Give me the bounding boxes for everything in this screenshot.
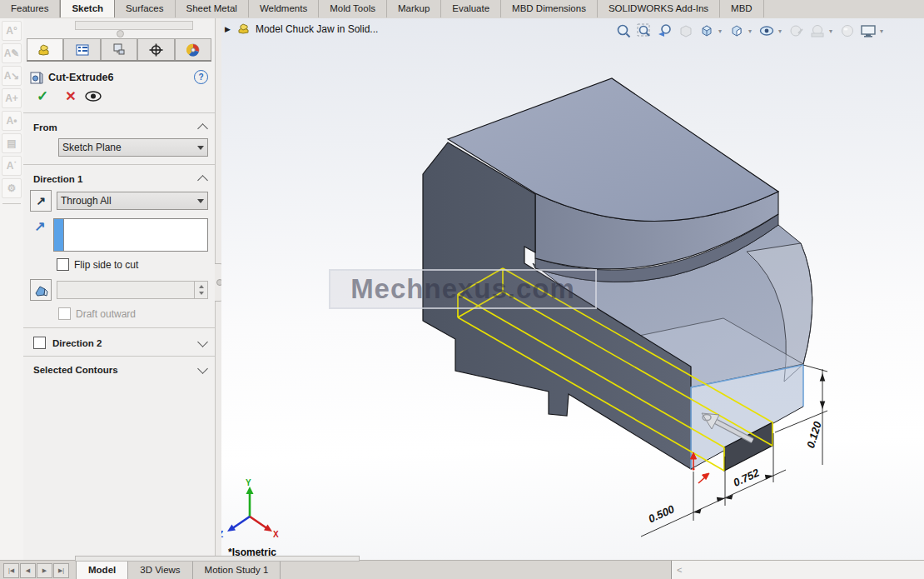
dimxpert-view-icon[interactable]: A˙ bbox=[2, 156, 22, 176]
cancel-button[interactable]: ✕ bbox=[65, 88, 76, 104]
toolbar-separator bbox=[2, 203, 21, 204]
ok-button[interactable]: ✓ bbox=[37, 87, 48, 105]
draft-outward-checkbox[interactable] bbox=[58, 307, 71, 320]
reverse-direction-button[interactable]: ↗ bbox=[30, 190, 52, 212]
full-screen-icon[interactable] bbox=[859, 22, 877, 40]
preview-eye-button[interactable] bbox=[85, 91, 102, 102]
tab-markup[interactable]: Markup bbox=[387, 0, 441, 17]
section-from-header[interactable]: From bbox=[23, 117, 215, 135]
flip-side-label: Flip side to cut bbox=[74, 259, 138, 271]
draft-button[interactable] bbox=[30, 279, 52, 301]
previous-view-icon[interactable] bbox=[656, 22, 674, 40]
tab-3d-views[interactable]: 3D Views bbox=[128, 561, 192, 579]
chevron-down-icon bbox=[197, 363, 208, 374]
section-direction1-header[interactable]: Direction 1 bbox=[23, 169, 215, 187]
edit-appearance-icon[interactable] bbox=[787, 22, 806, 40]
help-icon[interactable]: ? bbox=[194, 70, 208, 84]
spinner-arrows[interactable] bbox=[194, 282, 207, 298]
direction2-checkbox[interactable] bbox=[33, 337, 46, 349]
tree-expand-icon[interactable]: ▶ bbox=[225, 25, 231, 33]
panel-tab-strip bbox=[27, 38, 211, 62]
section-direction2-header[interactable]: Direction 2 bbox=[23, 332, 215, 352]
edit-annotation-icon[interactable]: A✎ bbox=[2, 43, 22, 63]
next-tab-button[interactable]: ▶ bbox=[37, 563, 52, 578]
section-divider bbox=[23, 164, 215, 165]
tree-root-label[interactable]: Model Chuck Jaw in Solid... bbox=[256, 23, 378, 35]
section-contours-header[interactable]: Selected Contours bbox=[23, 361, 215, 377]
property-manager-panel: Cut-Extrude6 ? ✓ ✕ From Sketch Plane Dir… bbox=[23, 18, 215, 560]
view-settings-icon[interactable] bbox=[838, 22, 857, 40]
extrude-direction-icon: ↗ bbox=[30, 218, 50, 234]
panel-collapse-knob[interactable] bbox=[117, 30, 124, 37]
draft-outward-label: Draft outward bbox=[76, 308, 136, 320]
graphics-viewport[interactable]: 0.500 0.752 0.120 Y X Z ▶ bbox=[221, 18, 924, 560]
view-orientation-icon[interactable] bbox=[698, 22, 716, 40]
draft-angle-field[interactable] bbox=[57, 281, 208, 299]
flip-side-checkbox[interactable] bbox=[57, 258, 69, 271]
dimension-0752[interactable]: 0.752 bbox=[732, 466, 763, 489]
tab-surfaces[interactable]: Surfaces bbox=[115, 0, 175, 17]
tab-sheet-metal[interactable]: Sheet Metal bbox=[176, 0, 249, 17]
dropdown-arrow-icon bbox=[197, 146, 204, 150]
add-annotation-icon[interactable]: A+ bbox=[2, 88, 22, 108]
capture-view-icon[interactable]: ▤ bbox=[2, 133, 22, 153]
selected-contours-label: Selected Contours bbox=[33, 365, 118, 375]
direction1-label: Direction 1 bbox=[33, 174, 82, 184]
dropdown-caret-icon[interactable]: ▾ bbox=[718, 27, 725, 35]
watermark: Mechnexus.com bbox=[329, 269, 597, 309]
tab-model[interactable]: Model bbox=[76, 561, 128, 579]
move-annotation-icon[interactable]: A↘ bbox=[2, 66, 22, 86]
tab-feature-manager[interactable] bbox=[27, 38, 63, 60]
annotation-view-icon[interactable]: A° bbox=[2, 21, 22, 41]
end-condition-dropdown[interactable]: Through All bbox=[57, 192, 208, 210]
horizontal-scrollbar[interactable]: < bbox=[671, 561, 924, 579]
panel-collapse-bar[interactable] bbox=[75, 21, 193, 30]
flyout-feature-tree[interactable]: ▶ Model Chuck Jaw in Solid... bbox=[225, 23, 378, 35]
scroll-left-icon[interactable]: < bbox=[677, 565, 682, 575]
from-dropdown[interactable]: Sketch Plane bbox=[58, 138, 208, 157]
direction-selection-field[interactable] bbox=[53, 218, 208, 252]
section-divider bbox=[23, 112, 215, 113]
first-tab-button[interactable]: |◀ bbox=[3, 563, 19, 578]
spin-up-icon bbox=[199, 285, 204, 288]
tab-dimxpert-manager[interactable] bbox=[137, 38, 174, 60]
tab-evaluate[interactable]: Evaluate bbox=[441, 0, 501, 17]
hide-show-items-icon[interactable] bbox=[758, 22, 776, 40]
section-view-icon[interactable] bbox=[677, 22, 695, 40]
last-tab-button[interactable]: ▶| bbox=[53, 563, 69, 578]
tab-configuration-manager[interactable] bbox=[101, 38, 137, 60]
spin-down-icon bbox=[199, 292, 204, 295]
heads-up-toolbar: ▾ ▾ ▾ ▾ ▾ bbox=[614, 22, 887, 40]
tab-weldments[interactable]: Weldments bbox=[249, 0, 319, 17]
chevron-down-icon bbox=[197, 337, 208, 347]
tab-display-manager[interactable] bbox=[175, 38, 211, 60]
tab-mold-tools[interactable]: Mold Tools bbox=[319, 0, 387, 17]
dropdown-caret-icon[interactable]: ▾ bbox=[778, 27, 785, 35]
dimension-0120[interactable]: 0.120 bbox=[804, 419, 824, 449]
section-divider bbox=[23, 327, 215, 328]
display-style-icon[interactable] bbox=[728, 22, 746, 40]
tab-mbd[interactable]: MBD bbox=[720, 0, 764, 17]
dropdown-caret-icon[interactable]: ▾ bbox=[880, 27, 887, 35]
dropdown-caret-icon[interactable]: ▾ bbox=[748, 27, 755, 35]
panel-grabber bbox=[23, 18, 215, 33]
panel-resize-groove[interactable] bbox=[75, 556, 360, 562]
zoom-to-fit-icon[interactable] bbox=[614, 22, 633, 40]
tab-features[interactable]: Features bbox=[0, 0, 60, 17]
chevron-up-icon bbox=[197, 175, 208, 186]
configurations-icon bbox=[112, 43, 126, 56]
zoom-to-area-icon[interactable] bbox=[635, 22, 653, 40]
tab-property-manager[interactable] bbox=[63, 38, 100, 60]
annotation-toolbar: A° A✎ A↘ A+ A• ▤ A˙ ⚙ bbox=[0, 18, 24, 560]
mate-tools-icon[interactable]: ⚙ bbox=[2, 178, 22, 198]
prev-tab-button[interactable]: ◀ bbox=[20, 563, 36, 578]
part-icon bbox=[237, 23, 251, 35]
tab-sketch[interactable]: Sketch bbox=[60, 0, 115, 17]
tab-motion-study-1[interactable]: Motion Study 1 bbox=[193, 561, 281, 579]
dropdown-caret-icon[interactable]: ▾ bbox=[829, 27, 836, 35]
apply-scene-icon[interactable] bbox=[808, 22, 827, 40]
part-icon bbox=[37, 44, 52, 56]
lock-annotation-icon[interactable]: A• bbox=[2, 111, 22, 131]
tab-mbd-dimensions[interactable]: MBD Dimensions bbox=[501, 0, 598, 17]
tab-solidworks-add-ins[interactable]: SOLIDWORKS Add-Ins bbox=[598, 0, 720, 17]
